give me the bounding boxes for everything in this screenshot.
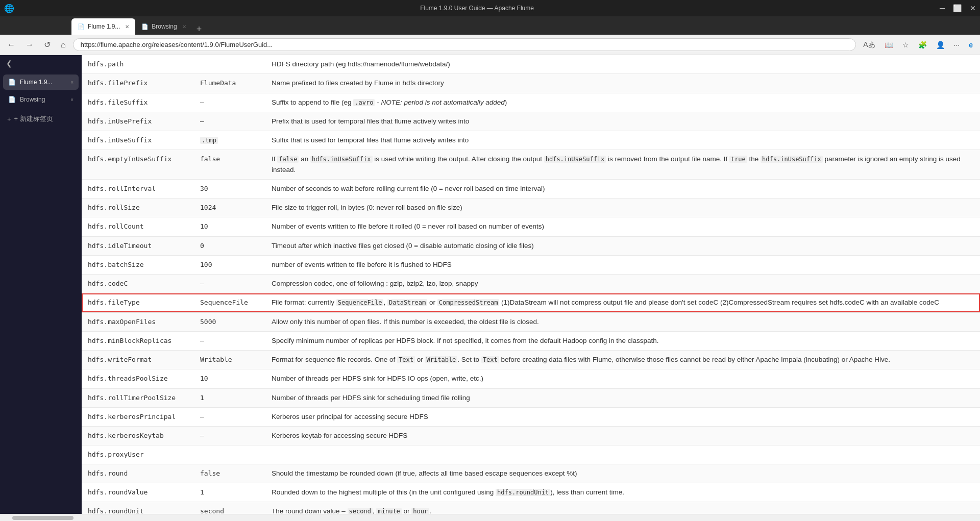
tab-flume[interactable]: 📄 Flume 1.9... ✕ — [71, 18, 135, 35]
property-description: Timeout after which inactive files get c… — [265, 236, 980, 255]
property-name: hdfs.filePrefix — [82, 74, 194, 93]
table-row: hdfs.kerberosPrincipal–Kerberos user pri… — [82, 407, 980, 426]
property-name: hdfs.fileType — [82, 293, 194, 312]
property-default: – — [194, 427, 265, 445]
new-tab-button[interactable]: + — [192, 24, 206, 35]
tab-browsing-label: Browsing — [152, 23, 177, 30]
property-description: Suffix that is used for temporal files t… — [265, 131, 980, 150]
table-row: hdfs.rollCount10Number of events written… — [82, 217, 980, 236]
extensions-icon[interactable]: 🧩 — [915, 39, 930, 51]
content-area[interactable]: hdfs.pathHDFS directory path (eg hdfs://… — [82, 55, 980, 514]
title-bar-controls: ─ ⬜ ✕ — [940, 4, 976, 12]
sidebar-tab-flume-icon: 📄 — [8, 79, 16, 86]
property-description: Kerberos keytab for accessing secure HDF… — [265, 427, 980, 445]
minimize-button[interactable]: ─ — [940, 4, 945, 12]
table-row: hdfs.rollInterval30Number of seconds to … — [82, 179, 980, 198]
property-name: hdfs.idleTimeout — [82, 236, 194, 255]
property-description: Should the timestamp be rounded down (if… — [265, 464, 980, 483]
add-tab-icon: + — [7, 115, 11, 123]
translate-icon[interactable]: Aあ — [860, 38, 878, 52]
property-default: 0 — [194, 236, 265, 255]
property-name: hdfs.roundUnit — [82, 502, 194, 514]
title-bar-title: Flume 1.9.0 User Guide — Apache Flume — [14, 5, 940, 12]
sidebar-tab-flume-label: Flume 1.9... — [20, 79, 52, 86]
property-name: hdfs.roundValue — [82, 483, 194, 502]
profile-icon[interactable]: 👤 — [933, 39, 948, 51]
property-description: Number of threads per HDFS sink for HDFS… — [265, 369, 980, 388]
edge-icon[interactable]: e — [966, 39, 976, 51]
favorites-icon[interactable]: ☆ — [899, 39, 912, 51]
property-name: hdfs.kerberosPrincipal — [82, 407, 194, 426]
property-description: Prefix that is used for temporal files t… — [265, 112, 980, 131]
property-description: Name prefixed to files created by Flume … — [265, 74, 980, 93]
forward-button[interactable]: → — [22, 38, 37, 52]
sidebar-collapse-button[interactable]: ❮ — [0, 55, 82, 71]
sidebar-tab-browsing-label: Browsing — [20, 96, 45, 103]
property-description: Compression codec, one of following : gz… — [265, 275, 980, 293]
read-mode-icon[interactable]: 📖 — [881, 39, 896, 51]
title-bar-left: 🌐 — [4, 4, 14, 13]
tab-browsing-icon: 📄 — [141, 23, 149, 30]
property-default — [194, 55, 265, 74]
property-name: hdfs.emptyInUseSuffix — [82, 150, 194, 180]
property-default: SequenceFile — [194, 293, 265, 312]
property-name: hdfs.proxyUser — [82, 445, 194, 464]
property-name: hdfs.threadsPoolSize — [82, 369, 194, 388]
home-button[interactable]: ⌂ — [58, 38, 69, 52]
sidebar-item-browsing[interactable]: 📄 Browsing × — [3, 92, 79, 107]
properties-table: hdfs.pathHDFS directory path (eg hdfs://… — [82, 55, 980, 514]
property-default: FlumeData — [194, 74, 265, 93]
property-description: Number of seconds to wait before rolling… — [265, 179, 980, 198]
tab-browsing-close[interactable]: ✕ — [182, 24, 186, 30]
tab-flume-icon: 📄 — [78, 23, 85, 30]
sidebar-tab-browsing-close[interactable]: × — [70, 97, 74, 103]
property-description: Format for sequence file records. One of… — [265, 351, 980, 369]
property-description: Allow only this number of open files. If… — [265, 312, 980, 331]
new-tab-sidebar-button[interactable]: + + 新建标签页 — [0, 110, 82, 128]
maximize-button[interactable]: ⬜ — [953, 4, 962, 12]
horizontal-scrollbar[interactable] — [0, 514, 980, 521]
address-bar: ← → ↺ ⌂ Aあ 📖 ☆ 🧩 👤 ··· e — [0, 35, 980, 55]
property-name: hdfs.inUsePrefix — [82, 112, 194, 131]
table-row: hdfs.roundfalseShould the timestamp be r… — [82, 464, 980, 483]
property-description: File format: currently SequenceFile, Dat… — [265, 293, 980, 312]
property-name: hdfs.rollTimerPoolSize — [82, 388, 194, 407]
browser-logo-icon: 🌐 — [4, 4, 14, 13]
add-tab-label: + 新建标签页 — [14, 114, 53, 123]
property-default: – — [194, 331, 265, 350]
url-input[interactable] — [73, 38, 856, 51]
sidebar-tab-flume-close[interactable]: × — [70, 80, 74, 85]
property-description: Number of events written to file before … — [265, 217, 980, 236]
back-button[interactable]: ← — [4, 38, 18, 52]
table-row: hdfs.roundValue1Rounded down to the high… — [82, 483, 980, 502]
property-name: hdfs.minBlockReplicas — [82, 331, 194, 350]
sidebar-item-flume[interactable]: 📄 Flume 1.9... × — [3, 75, 79, 90]
scrollbar-thumb[interactable] — [12, 516, 74, 520]
property-description: Suffix to append to file (eg .avro - NOT… — [265, 93, 980, 112]
table-row: hdfs.idleTimeout0Timeout after which ina… — [82, 236, 980, 255]
property-description: The round down value – second, minute or… — [265, 502, 980, 514]
property-default: Writable — [194, 351, 265, 369]
main-layout: ❮ 📄 Flume 1.9... × 📄 Browsing × + + 新建标签… — [0, 55, 980, 514]
property-default: – — [194, 112, 265, 131]
property-default: 30 — [194, 179, 265, 198]
sidebar: ❮ 📄 Flume 1.9... × 📄 Browsing × + + 新建标签… — [0, 55, 82, 514]
tab-browsing[interactable]: 📄 Browsing ✕ — [135, 18, 192, 35]
table-row: hdfs.inUsePrefix–Prefix that is used for… — [82, 112, 980, 131]
reload-button[interactable]: ↺ — [41, 38, 54, 52]
table-row: hdfs.kerberosKeytab–Kerberos keytab for … — [82, 427, 980, 445]
table-row: hdfs.inUseSuffix.tmpSuffix that is used … — [82, 131, 980, 150]
property-default: 5000 — [194, 312, 265, 331]
property-description: Number of threads per HDFS sink for sche… — [265, 388, 980, 407]
tab-flume-close[interactable]: ✕ — [125, 24, 129, 30]
property-default: – — [194, 275, 265, 293]
close-button[interactable]: ✕ — [970, 4, 976, 12]
property-default: 1 — [194, 388, 265, 407]
sidebar-tabs: 📄 Flume 1.9... × 📄 Browsing × — [0, 71, 82, 110]
title-bar: 🌐 Flume 1.9.0 User Guide — Apache Flume … — [0, 0, 980, 16]
toolbar-icons: Aあ 📖 ☆ 🧩 👤 ··· e — [860, 38, 976, 52]
property-default: 10 — [194, 217, 265, 236]
more-icon[interactable]: ··· — [951, 39, 963, 51]
property-default: – — [194, 93, 265, 112]
property-name: hdfs.round — [82, 464, 194, 483]
